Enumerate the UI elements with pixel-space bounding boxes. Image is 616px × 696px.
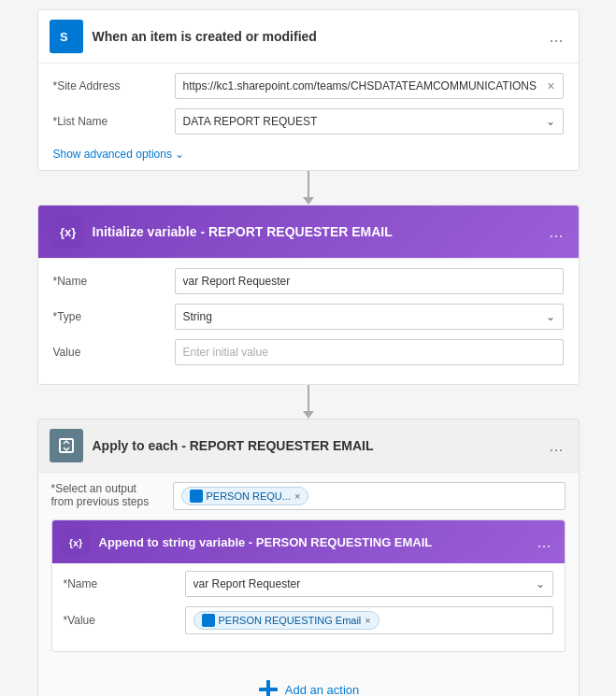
- append-variable-icon: {x}: [62, 528, 90, 556]
- person-requesting-token-close[interactable]: ×: [365, 615, 370, 626]
- append-name-value: var Report Requester: [193, 577, 536, 590]
- advanced-chevron-icon: ⌄: [175, 148, 184, 161]
- person-requ-token: PERSON REQU... ×: [181, 487, 309, 505]
- loop-body: *Select an outputfrom previous steps PER…: [38, 473, 579, 696]
- site-address-row: *Site Address https://kc1.sharepoint.com…: [53, 73, 564, 99]
- var-name-input[interactable]: var Report Requester: [175, 268, 564, 294]
- var-name-label: *Name: [53, 275, 175, 288]
- select-output-input[interactable]: PERSON REQU... ×: [173, 482, 566, 510]
- init-variable-body: *Name var Report Requester *Type String …: [38, 259, 579, 384]
- site-address-clear-icon[interactable]: ×: [547, 78, 554, 93]
- var-value-row: Value Enter initial value: [53, 339, 564, 365]
- page-container: S When an item is created or modified ..…: [0, 0, 616, 696]
- add-action-container: Add an action: [51, 660, 566, 696]
- var-name-value: var Report Requester: [183, 275, 555, 288]
- svg-rect-9: [266, 680, 270, 696]
- init-variable-menu[interactable]: ...: [545, 222, 566, 242]
- list-name-row: *List Name DATA REPORT REQUEST ⌄: [53, 108, 564, 135]
- append-variable-card: {x} Append to string variable - PERSON R…: [51, 519, 566, 652]
- site-address-input[interactable]: https://kc1.sharepoint.com/teams/CHSDATA…: [175, 73, 564, 99]
- var-type-input[interactable]: String ⌄: [175, 304, 564, 330]
- trigger-card: S When an item is created or modified ..…: [37, 9, 580, 171]
- person-requesting-token-text: PERSON REQUESTING Email: [219, 615, 362, 626]
- append-variable-menu[interactable]: ...: [533, 533, 554, 552]
- trigger-title: When an item is created or modified: [93, 29, 546, 44]
- loop-icon: [50, 429, 83, 462]
- var-value-input[interactable]: Enter initial value: [175, 339, 564, 365]
- loop-menu[interactable]: ...: [545, 436, 566, 456]
- token-sp-icon: [190, 490, 203, 503]
- trigger-card-header: S When an item is created or modified ..…: [38, 10, 579, 64]
- connector-2-arrow: [303, 411, 314, 419]
- show-advanced-label: Show advanced options: [53, 148, 172, 161]
- trigger-menu[interactable]: ...: [545, 27, 566, 47]
- svg-text:{x}: {x}: [68, 537, 82, 548]
- append-value-row: *Value PERSON REQUESTING Email ×: [64, 606, 553, 634]
- var-value-label: Value: [53, 346, 175, 359]
- loop-header: Apply to each - REPORT REQUESTER EMAIL .…: [38, 419, 579, 473]
- loop-card: Apply to each - REPORT REQUESTER EMAIL .…: [37, 419, 580, 696]
- var-type-chevron-icon: ⌄: [546, 310, 555, 323]
- token-text: PERSON REQU...: [207, 490, 291, 502]
- select-output-label: *Select an outputfrom previous steps: [51, 482, 173, 508]
- list-name-input[interactable]: DATA REPORT REQUEST ⌄: [175, 108, 564, 135]
- var-value-placeholder: Enter initial value: [183, 346, 268, 359]
- connector-2-line: [308, 385, 309, 411]
- svg-text:{x}: {x}: [60, 225, 76, 239]
- token-close-icon[interactable]: ×: [294, 490, 300, 502]
- add-action-label: Add an action: [285, 683, 360, 697]
- append-name-input[interactable]: var Report Requester ⌄: [185, 571, 553, 597]
- connector-2: [303, 385, 314, 419]
- svg-text:S: S: [60, 30, 68, 44]
- var-name-row: *Name var Report Requester: [53, 268, 564, 294]
- variable-icon: {x}: [50, 215, 83, 249]
- connector-1-line: [308, 171, 309, 197]
- connector-1-arrow: [303, 197, 314, 205]
- var-type-label: *Type: [53, 310, 175, 323]
- append-name-chevron-icon: ⌄: [536, 577, 545, 590]
- add-action-button[interactable]: Add an action: [257, 678, 360, 696]
- add-action-icon: [257, 678, 279, 696]
- append-variable-header: {x} Append to string variable - PERSON R…: [52, 520, 565, 563]
- var-type-value: String: [183, 310, 546, 323]
- append-value-label: *Value: [64, 614, 185, 627]
- init-variable-card: {x} Initialize variable - REPORT REQUEST…: [37, 205, 580, 385]
- list-name-value: DATA REPORT REQUEST: [183, 115, 546, 128]
- show-advanced-btn[interactable]: Show advanced options ⌄: [53, 148, 184, 161]
- site-address-label: *Site Address: [53, 79, 175, 92]
- loop-title: Apply to each - REPORT REQUESTER EMAIL: [93, 438, 546, 453]
- init-variable-title: Initialize variable - REPORT REQUESTER E…: [93, 224, 546, 239]
- sharepoint-icon: S: [50, 20, 83, 53]
- append-variable-body: *Name var Report Requester ⌄ *Value PERS: [52, 563, 565, 651]
- append-name-label: *Name: [64, 577, 185, 590]
- init-variable-header: {x} Initialize variable - REPORT REQUEST…: [38, 206, 579, 259]
- person-requesting-sp-icon: [202, 614, 215, 627]
- connector-1: [303, 171, 314, 205]
- list-name-label: *List Name: [53, 115, 175, 128]
- person-requesting-token: PERSON REQUESTING Email ×: [193, 611, 380, 630]
- list-name-chevron-icon: ⌄: [546, 115, 555, 128]
- trigger-body: *Site Address https://kc1.sharepoint.com…: [38, 64, 579, 170]
- select-output-row: *Select an outputfrom previous steps PER…: [51, 482, 566, 510]
- site-address-value: https://kc1.sharepoint.com/teams/CHSDATA…: [183, 79, 548, 92]
- var-type-row: *Type String ⌄: [53, 304, 564, 330]
- append-value-input[interactable]: PERSON REQUESTING Email ×: [185, 606, 553, 634]
- append-name-row: *Name var Report Requester ⌄: [64, 571, 553, 597]
- append-variable-title: Append to string variable - PERSON REQUE…: [99, 535, 534, 549]
